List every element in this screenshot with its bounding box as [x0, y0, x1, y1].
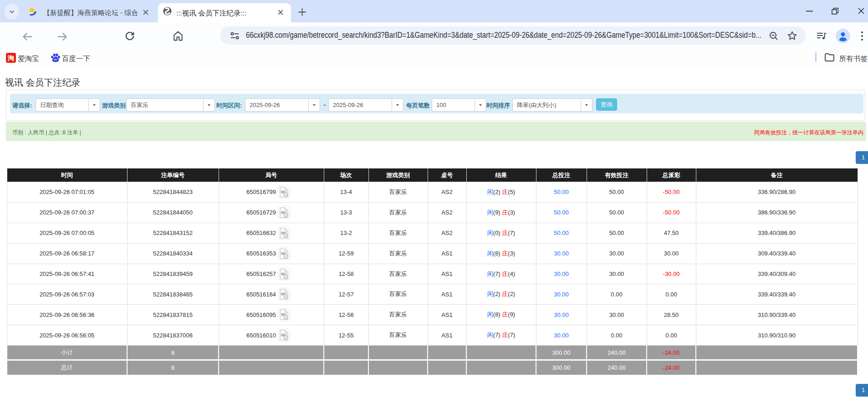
svg-text:du: du	[54, 57, 57, 61]
